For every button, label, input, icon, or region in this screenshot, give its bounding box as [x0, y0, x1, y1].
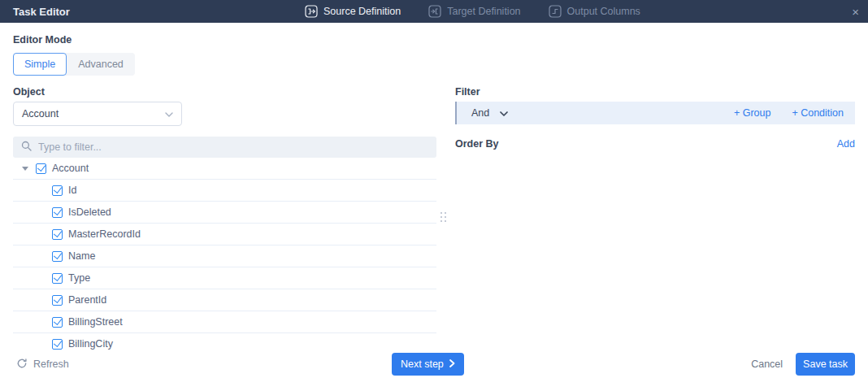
tree-row-field[interactable]: ParentId [13, 289, 436, 311]
tree-row-field[interactable]: MasterRecordId [13, 224, 436, 245]
panel-splitter-handle[interactable] [441, 212, 446, 222]
dialog-header: Task Editor Source Definition [0, 0, 868, 23]
checkbox-checked-icon[interactable] [52, 273, 63, 284]
tree-row-label: IsDeleted [68, 206, 111, 218]
tree-row-label: Account [52, 163, 89, 174]
editor-mode-section: Editor Mode Simple Advanced [13, 34, 135, 76]
filter-label: Filter [455, 86, 855, 98]
tree-row-field[interactable]: IsDeleted [13, 202, 436, 224]
tab-label: Target Definition [447, 6, 520, 17]
chevron-right-icon [449, 358, 455, 370]
field-tree: Account Id IsDeleted MasterRecordId Name… [13, 158, 436, 377]
checkbox-checked-icon[interactable] [36, 163, 46, 174]
object-select[interactable]: Account [13, 102, 182, 126]
save-task-button[interactable]: Save task [796, 353, 855, 376]
tab-output-columns[interactable]: Output Columns [549, 5, 640, 18]
object-label: Object [13, 86, 436, 98]
footer-actions: Cancel Save task [751, 350, 855, 378]
search-input[interactable] [38, 141, 428, 153]
tree-row-label: MasterRecordId [68, 228, 141, 240]
checkbox-checked-icon[interactable] [52, 295, 63, 306]
next-step-label: Next step [401, 358, 444, 370]
target-definition-icon [428, 5, 441, 18]
source-object-panel: Object Account Account Id IsDeleted [13, 86, 436, 378]
tree-row-field[interactable]: BillingStreet [13, 311, 436, 333]
order-by-add-button[interactable]: Add [837, 138, 855, 150]
tab-label: Output Columns [567, 6, 640, 17]
chevron-down-icon [500, 107, 508, 119]
editor-mode-label: Editor Mode [13, 34, 135, 46]
cancel-button[interactable]: Cancel [751, 358, 783, 370]
tree-row-account[interactable]: Account [13, 158, 436, 180]
tree-row-field[interactable]: Type [13, 267, 436, 289]
close-icon[interactable]: × [852, 0, 859, 23]
add-condition-button[interactable]: + Condition [792, 107, 844, 119]
filter-operator-select[interactable]: And [471, 107, 508, 119]
tab-label: Source Definition [323, 6, 401, 17]
add-group-button[interactable]: + Group [734, 107, 771, 119]
filter-group-bar: And + Group + Condition [455, 102, 855, 124]
field-search-box [13, 137, 436, 158]
checkbox-checked-icon[interactable] [52, 339, 63, 350]
next-step-button[interactable]: Next step [392, 353, 464, 376]
chevron-down-icon [165, 108, 173, 119]
source-definition-icon [305, 5, 318, 18]
editor-mode-simple-button[interactable]: Simple [13, 53, 67, 76]
output-columns-icon [549, 5, 562, 18]
tree-row-label: Name [68, 250, 95, 262]
dialog-title: Task Editor [13, 0, 70, 23]
tab-target-definition[interactable]: Target Definition [428, 5, 520, 18]
order-by-section: Order By Add [455, 138, 855, 150]
object-select-value: Account [22, 108, 59, 119]
dialog-footer: Refresh Next step Cancel Save task [0, 350, 868, 378]
filter-operator-value: And [471, 107, 489, 119]
checkbox-checked-icon[interactable] [52, 229, 63, 240]
checkbox-checked-icon[interactable] [52, 185, 63, 196]
refresh-label: Refresh [33, 358, 69, 370]
filter-panel: Filter And + Group + Condition Order By … [455, 86, 855, 150]
refresh-button[interactable]: Refresh [16, 350, 69, 378]
checkbox-checked-icon[interactable] [52, 317, 63, 328]
tab-source-definition[interactable]: Source Definition [305, 5, 401, 18]
checkbox-checked-icon[interactable] [52, 251, 63, 262]
refresh-icon [16, 358, 28, 371]
tree-row-field[interactable]: Name [13, 245, 436, 267]
editor-mode-toggle: Simple Advanced [13, 53, 135, 76]
tree-row-label: Id [68, 185, 76, 196]
tree-row-field[interactable]: Id [13, 180, 436, 202]
editor-mode-advanced-button[interactable]: Advanced [67, 53, 135, 76]
checkbox-checked-icon[interactable] [52, 207, 63, 218]
tree-row-label: Type [68, 272, 90, 284]
header-tabs: Source Definition Target Definition Ou [305, 0, 640, 23]
caret-down-icon[interactable] [22, 167, 28, 171]
tree-row-label: BillingCity [68, 338, 113, 350]
tree-row-label: BillingStreet [68, 316, 123, 328]
tree-row-label: ParentId [68, 294, 106, 306]
search-icon [21, 141, 32, 154]
order-by-label: Order By [455, 138, 499, 150]
